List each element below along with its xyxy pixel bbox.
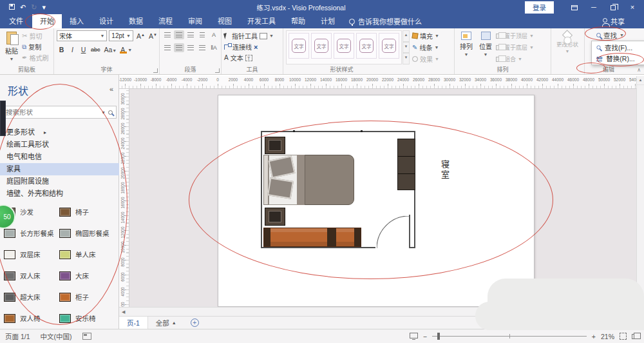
shape-item-4[interactable]: 双层床 bbox=[4, 244, 59, 265]
shape-item-6[interactable]: 双人床 bbox=[4, 265, 59, 286]
ribbon-tab-0[interactable]: 开始 bbox=[32, 14, 62, 28]
grow-font-button[interactable]: A▲ bbox=[135, 32, 146, 41]
bring-to-front-button[interactable]: 置于顶层▼ bbox=[496, 30, 534, 41]
text-block-icon[interactable]: T bbox=[245, 55, 252, 61]
fill-button[interactable]: 填充▼ bbox=[412, 30, 439, 41]
pointer-tool-button[interactable]: 指针工具▼ bbox=[224, 30, 281, 41]
qat-customize-icon[interactable]: ▾ bbox=[42, 4, 46, 11]
ribbon-tab-4[interactable]: 流程 bbox=[151, 14, 180, 28]
gallery-up-icon[interactable]: ▲ bbox=[402, 30, 410, 42]
page-tab-1[interactable]: 页-1 bbox=[119, 317, 148, 329]
switch-windows-icon[interactable] bbox=[632, 334, 638, 339]
zoom-slider-thumb[interactable] bbox=[437, 333, 440, 340]
find-menu-item-1[interactable]: ab替换(R)... bbox=[592, 53, 644, 64]
ribbon-tab-9[interactable]: 计划 bbox=[313, 14, 343, 28]
ribbon-display-icon[interactable] bbox=[565, 0, 583, 14]
all-pages-tab[interactable]: 全部▲ bbox=[148, 318, 184, 328]
restore-icon[interactable] bbox=[604, 0, 622, 14]
shape-style-swatch-4[interactable]: 文字 bbox=[379, 33, 399, 59]
group-button[interactable]: 组合▼ bbox=[496, 54, 534, 64]
shrink-font-button[interactable]: A▼ bbox=[147, 32, 158, 41]
scroll-left-icon[interactable]: ◀ bbox=[119, 309, 128, 315]
save-icon[interactable] bbox=[9, 4, 15, 11]
language-status[interactable]: 中文(中国) bbox=[41, 331, 72, 341]
shape-style-swatch-3[interactable]: 文字 bbox=[356, 33, 377, 59]
italic-button[interactable]: I bbox=[68, 45, 77, 54]
zoom-slider[interactable] bbox=[432, 336, 587, 337]
font-size-select[interactable]: 12pt▼ bbox=[109, 30, 133, 41]
selection-handle[interactable] bbox=[361, 130, 363, 132]
scroll-up-icon[interactable]: ▲ bbox=[637, 76, 644, 85]
shapes-category-4[interactable]: 庭园附属设施 bbox=[0, 175, 119, 188]
undo-icon[interactable]: ↶ bbox=[20, 4, 26, 11]
minimize-icon[interactable]: ─ bbox=[585, 0, 603, 14]
bullets-button[interactable] bbox=[197, 30, 207, 39]
vertical-scrollbar[interactable]: ▲ bbox=[636, 76, 644, 316]
signin-button[interactable]: 登录 bbox=[525, 1, 554, 14]
shapes-category-2[interactable]: 电气和电信 bbox=[0, 151, 119, 163]
fit-page-icon[interactable] bbox=[620, 333, 627, 340]
double-bed-shape[interactable] bbox=[263, 155, 354, 205]
connection-point-icon[interactable]: × bbox=[254, 43, 258, 51]
zoom-out-button[interactable]: − bbox=[423, 333, 427, 340]
text-rotate-button[interactable]: A bbox=[209, 30, 219, 39]
close-icon[interactable]: × bbox=[623, 0, 641, 14]
shape-item-2[interactable]: 长方形餐桌 bbox=[4, 222, 59, 244]
floorplan-room[interactable] bbox=[261, 131, 415, 248]
rectangle-tool-icon[interactable] bbox=[260, 33, 267, 39]
shape-item-7[interactable]: 大床 bbox=[59, 265, 115, 286]
ribbon-tab-6[interactable]: 视图 bbox=[210, 14, 240, 28]
align-top-button[interactable] bbox=[162, 30, 173, 39]
shapes-category-5[interactable]: 墙壁、外壳和结构 bbox=[0, 188, 119, 200]
cut-button[interactable]: ✂剪切 bbox=[22, 30, 48, 41]
shape-item-10[interactable]: 双人椅 bbox=[4, 308, 59, 329]
align-center-button[interactable] bbox=[174, 43, 184, 52]
font-family-select[interactable]: 宋体▼ bbox=[57, 30, 107, 41]
shape-item-11[interactable]: 安乐椅 bbox=[59, 308, 115, 329]
file-tab[interactable]: 文件 bbox=[0, 14, 32, 28]
align-left-button[interactable] bbox=[162, 43, 173, 52]
selection-handle[interactable] bbox=[293, 130, 295, 132]
presentation-mode-icon[interactable] bbox=[410, 333, 418, 338]
share-button[interactable]: 共享 bbox=[603, 14, 644, 28]
align-middle-button[interactable] bbox=[174, 30, 184, 39]
align-bottom-button[interactable] bbox=[185, 30, 196, 39]
strikethrough-button[interactable]: abc bbox=[90, 46, 102, 54]
justify-button[interactable] bbox=[197, 43, 207, 52]
underline-button[interactable]: U bbox=[79, 45, 88, 54]
redo-icon[interactable]: ↻ bbox=[31, 4, 37, 11]
ribbon-tab-7[interactable]: 开发工具 bbox=[240, 14, 283, 28]
collapse-panel-icon[interactable]: « bbox=[109, 85, 113, 93]
room-label[interactable]: 寝室 bbox=[439, 160, 451, 181]
shape-style-swatch-2[interactable]: 文字 bbox=[334, 33, 354, 59]
shapes-category-1[interactable]: 绘画工具形状 bbox=[0, 139, 119, 151]
find-menu-item-0[interactable]: 查找(F)... bbox=[592, 42, 644, 53]
change-shape-button[interactable]: 更改形状 ▼ bbox=[554, 30, 581, 55]
shapes-category-3[interactable]: 家具 bbox=[0, 163, 119, 175]
shape-item-9[interactable]: 柜子 bbox=[59, 286, 115, 308]
change-case-button[interactable]: Aa▼ bbox=[103, 45, 118, 54]
font-color-button[interactable]: A bbox=[119, 46, 126, 54]
format-painter-button[interactable]: ✒格式刷 bbox=[22, 52, 48, 63]
ribbon-tab-5[interactable]: 审阅 bbox=[180, 14, 210, 28]
dialog-launcher-icon[interactable] bbox=[153, 68, 158, 73]
text-tool-button[interactable]: A文本T bbox=[224, 52, 281, 63]
effects-button[interactable]: 效果▼ bbox=[412, 54, 439, 64]
paste-button[interactable]: 粘贴 ▼ bbox=[3, 30, 21, 63]
shape-style-swatch-0[interactable]: 文字 bbox=[289, 33, 309, 59]
add-page-button[interactable]: + bbox=[191, 318, 199, 327]
shape-style-swatch-1[interactable]: 文字 bbox=[311, 33, 332, 59]
dresser-shape[interactable] bbox=[263, 228, 361, 247]
position-button[interactable]: 位置▼ bbox=[477, 30, 495, 64]
nightstand-shape[interactable] bbox=[265, 208, 285, 226]
line-button[interactable]: ✎线条▼ bbox=[412, 42, 439, 53]
find-button[interactable]: 查找 ▼ bbox=[596, 30, 624, 40]
dialog-launcher-icon[interactable] bbox=[215, 68, 220, 73]
bold-button[interactable]: B bbox=[57, 45, 66, 54]
zoom-level[interactable]: 21% bbox=[601, 333, 614, 340]
gallery-more-icon[interactable]: ▼ bbox=[402, 53, 410, 64]
tell-me-box[interactable]: 告诉我你想要做什么 bbox=[343, 14, 428, 28]
connector-tool-button[interactable]: 连接线× bbox=[224, 41, 281, 52]
chevron-down-icon[interactable]: ▼ bbox=[101, 110, 106, 115]
ribbon-tab-8[interactable]: 帮助 bbox=[283, 14, 313, 28]
